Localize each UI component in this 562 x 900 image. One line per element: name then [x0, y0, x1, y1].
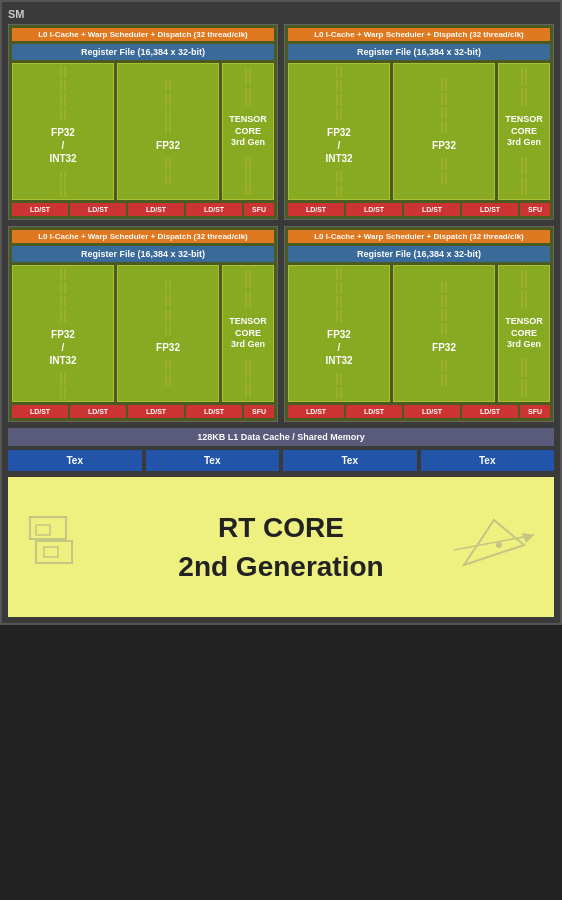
- grid-cell: [64, 108, 66, 120]
- grid-cell: [64, 185, 66, 197]
- grid-cell: [64, 171, 66, 183]
- grid-cell: [165, 360, 167, 372]
- grid-cell: [340, 310, 342, 322]
- fp32-int32-block-4: FP32/INT32: [288, 265, 390, 402]
- svg-rect-3: [44, 547, 58, 557]
- grid-cell: [60, 94, 62, 106]
- sfu-unit-2: SFU: [520, 203, 550, 216]
- sfu-unit-3: SFU: [244, 405, 274, 418]
- grid-cell: [60, 80, 62, 92]
- grid-cell: [64, 282, 66, 294]
- grid-cell: [60, 387, 62, 399]
- svg-rect-1: [36, 525, 50, 535]
- ldst-unit-5: LD/ST: [288, 203, 344, 216]
- svg-rect-2: [36, 541, 72, 563]
- grid-cell: [64, 66, 66, 78]
- rt-core-line1: RT CORE: [218, 512, 344, 543]
- grid-cell: [169, 309, 171, 321]
- grid-cell: [165, 172, 167, 184]
- ldst-unit-4: LD/ST: [186, 203, 242, 216]
- grid-cell: [445, 172, 447, 184]
- tensor-core-label-1: TENSORCORE3rd Gen: [229, 114, 267, 149]
- fp32-label-3: FP32: [154, 337, 182, 358]
- grid-cell: [60, 268, 62, 280]
- grid-cell: [340, 108, 342, 120]
- grid-cell: [441, 158, 443, 170]
- ldst-unit-14: LD/ST: [346, 405, 402, 418]
- tensor-cell: [525, 270, 527, 288]
- tensor-cell: [249, 177, 251, 195]
- bottom-units-1: LD/ST LD/ST LD/ST LD/ST SFU: [12, 203, 274, 216]
- grid-cell: [336, 171, 338, 183]
- fp32-label-1: FP32: [154, 135, 182, 156]
- grid-cell: [441, 172, 443, 184]
- fp32-block-2: FP32: [393, 63, 495, 200]
- grid-cell: [64, 80, 66, 92]
- tensor-cell: [245, 379, 247, 397]
- grid-cell: [60, 171, 62, 183]
- grid-cell: [165, 281, 167, 293]
- grid-cell: [169, 93, 171, 105]
- grid-cell: [336, 296, 338, 308]
- grid-cell: [169, 295, 171, 307]
- grid-cell: [445, 107, 447, 119]
- tensor-cell: [245, 177, 247, 195]
- grid-cell: [336, 108, 338, 120]
- grid-cell: [169, 158, 171, 170]
- fp32-int32-label-1: FP32/ INT32: [47, 122, 78, 169]
- tensor-cell: [249, 157, 251, 175]
- fp32-int32-block-1: FP32/ INT32: [12, 63, 114, 200]
- grid-cell: [169, 323, 171, 335]
- tensor-core-label-2: TENSORCORE3rd Gen: [505, 114, 543, 149]
- ldst-unit-7: LD/ST: [404, 203, 460, 216]
- bvh-icon: [28, 515, 108, 579]
- grid-cell: [441, 79, 443, 91]
- grid-cell: [336, 268, 338, 280]
- ldst-unit-1: LD/ST: [12, 203, 68, 216]
- rt-core-label: RT CORE 2nd Generation: [178, 508, 383, 586]
- tensor-core-block-2: TENSORCORE3rd Gen: [498, 63, 550, 200]
- grid-cell: [445, 309, 447, 321]
- rt-core-line2: 2nd Generation: [178, 551, 383, 582]
- fp32-int32-label-3: FP32/INT32: [47, 324, 78, 371]
- tensor-core-block-4: TENSORCORE3rd Gen: [498, 265, 550, 402]
- ldst-unit-11: LD/ST: [128, 405, 184, 418]
- grid-cell: [60, 108, 62, 120]
- grid-cell: [445, 360, 447, 372]
- tensor-cell: [245, 157, 247, 175]
- grid-cell: [340, 387, 342, 399]
- ldst-unit-13: LD/ST: [288, 405, 344, 418]
- tensor-cell: [525, 290, 527, 308]
- grid-cell: [340, 66, 342, 78]
- tensor-cell: [521, 379, 523, 397]
- quadrant-2: L0 I-Cache + Warp Scheduler + Dispatch (…: [284, 24, 554, 220]
- tensor-cell: [525, 379, 527, 397]
- register-file-bar-3: Register File (16,384 x 32-bit): [12, 246, 274, 262]
- sfu-unit-1: SFU: [244, 203, 274, 216]
- tex-unit-1: Tex: [8, 450, 142, 471]
- grid-cell: [445, 79, 447, 91]
- tensor-cell: [245, 359, 247, 377]
- grid-cell: [60, 373, 62, 385]
- ldst-unit-10: LD/ST: [70, 405, 126, 418]
- sfu-unit-4: SFU: [520, 405, 550, 418]
- sm-label: SM: [8, 8, 554, 20]
- grid-cell: [340, 80, 342, 92]
- tensor-core-label-4: TENSORCORE3rd Gen: [505, 316, 543, 351]
- tex-unit-2: Tex: [146, 450, 280, 471]
- grid-cell: [441, 281, 443, 293]
- grid-cell: [165, 295, 167, 307]
- register-file-bar-1: Register File (16,384 x 32-bit): [12, 44, 274, 60]
- bottom-units-4: LD/ST LD/ST LD/ST LD/ST SFU: [288, 405, 550, 418]
- grid-cell: [441, 374, 443, 386]
- fp32-block-4: FP32: [393, 265, 495, 402]
- register-file-bar-2: Register File (16,384 x 32-bit): [288, 44, 550, 60]
- tensor-cell: [245, 290, 247, 308]
- grid-cell: [445, 93, 447, 105]
- tensor-cell: [249, 270, 251, 288]
- l0-cache-bar-1: L0 I-Cache + Warp Scheduler + Dispatch (…: [12, 28, 274, 41]
- grid-cell: [441, 323, 443, 335]
- grid-cell: [445, 323, 447, 335]
- grid-cell: [169, 281, 171, 293]
- cores-area-1: FP32/ INT32: [12, 63, 274, 200]
